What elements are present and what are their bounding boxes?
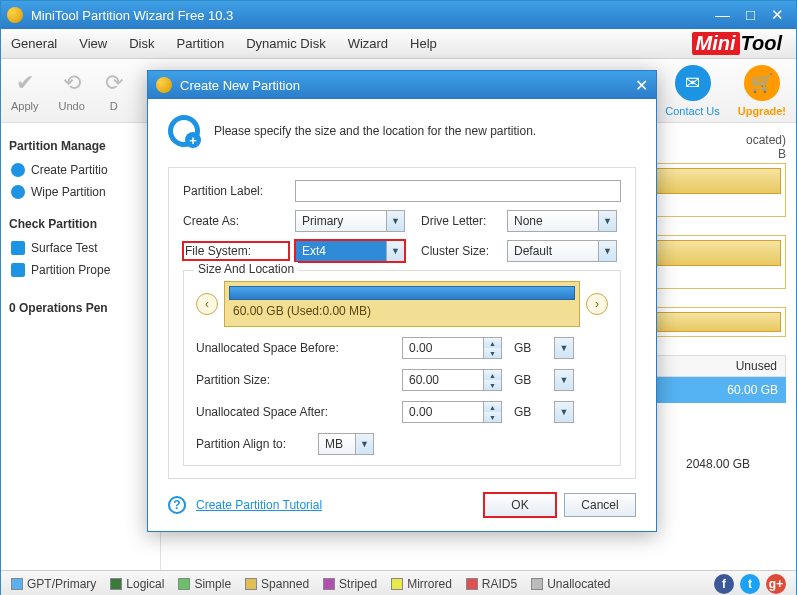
wipe-icon <box>11 185 25 199</box>
create-icon <box>11 163 25 177</box>
maximize-button[interactable]: □ <box>746 6 755 24</box>
dialog-title: Create New Partition <box>180 78 300 93</box>
brand-logo: MiniTool <box>692 32 782 55</box>
chevron-down-icon: ▼ <box>598 241 616 261</box>
sidebar-item-wipe-partition[interactable]: Wipe Partition <box>9 181 152 203</box>
window-title: MiniTool Partition Wizard Free 10.3 <box>31 8 715 23</box>
label-file-system: File System: <box>183 242 289 260</box>
operations-pending: 0 Operations Pen <box>9 301 152 315</box>
google-plus-icon[interactable]: g+ <box>766 574 786 594</box>
size-nav-left[interactable]: ‹ <box>196 293 218 315</box>
partition-label-input[interactable] <box>295 180 621 202</box>
unit-gb: GB <box>508 373 548 387</box>
close-button[interactable]: ✕ <box>771 6 784 24</box>
contact-button[interactable]: ✉Contact Us <box>665 65 719 117</box>
sidebar: Partition Manage Create Partitio Wipe Pa… <box>1 123 161 570</box>
dialog-close-button[interactable]: ✕ <box>635 76 648 95</box>
label-space-after: Unallocated Space After: <box>196 405 396 419</box>
legend-gpt: GPT/Primary <box>11 577 96 591</box>
ok-button[interactable]: OK <box>484 493 556 517</box>
apply-button[interactable]: ✔Apply <box>11 70 39 112</box>
minimize-button[interactable]: — <box>715 6 730 24</box>
unit-select[interactable]: ▼ <box>554 337 574 359</box>
legend-raid5: RAID5 <box>466 577 517 591</box>
surface-icon <box>11 241 25 255</box>
sidebar-item-create-partition[interactable]: Create Partitio <box>9 159 152 181</box>
menu-partition[interactable]: Partition <box>176 36 224 51</box>
legend-striped: Striped <box>323 577 377 591</box>
create-partition-dialog: Create New Partition ✕ Please specify th… <box>147 70 657 532</box>
unit-gb: GB <box>508 405 548 419</box>
size-legend: Size And Location <box>194 262 298 276</box>
cart-icon: 🛒 <box>744 65 780 101</box>
menu-general[interactable]: General <box>11 36 57 51</box>
legend-unallocated: Unallocated <box>531 577 610 591</box>
size-nav-right[interactable]: › <box>586 293 608 315</box>
properties-icon <box>11 263 25 277</box>
size-bar[interactable]: 60.00 GB (Used:0.00 MB) <box>224 281 580 327</box>
unit-gb: GB <box>508 341 548 355</box>
dialog-icon <box>156 77 172 93</box>
chevron-down-icon: ▼ <box>386 241 404 261</box>
space-before-input[interactable]: 0.00▲▼ <box>402 337 502 359</box>
label-create-as: Create As: <box>183 214 289 228</box>
sidebar-item-partition-properties[interactable]: Partition Prope <box>9 259 152 281</box>
legend-mirrored: Mirrored <box>391 577 452 591</box>
menu-dynamic-disk[interactable]: Dynamic Disk <box>246 36 325 51</box>
chevron-down-icon: ▼ <box>355 434 373 454</box>
discard-icon: ⟳ <box>105 70 123 96</box>
legend-simple: Simple <box>178 577 231 591</box>
size-bar-text: 60.00 GB (Used:0.00 MB) <box>225 300 579 322</box>
unit-select[interactable]: ▼ <box>554 401 574 423</box>
discard-button[interactable]: ⟳D <box>105 70 123 112</box>
unit-select[interactable]: ▼ <box>554 369 574 391</box>
undo-button[interactable]: ⟲Undo <box>59 70 85 112</box>
dialog-intro: Please specify the size and the location… <box>214 124 536 138</box>
status-bar: GPT/Primary Logical Simple Spanned Strip… <box>1 570 796 595</box>
file-system-select[interactable]: Ext4▼ <box>295 240 405 262</box>
tutorial-link[interactable]: Create Partition Tutorial <box>196 498 322 512</box>
label-partition-size: Partition Size: <box>196 373 396 387</box>
dialog-title-bar: Create New Partition ✕ <box>148 71 656 99</box>
create-as-select[interactable]: Primary▼ <box>295 210 405 232</box>
upgrade-button[interactable]: 🛒Upgrade! <box>738 65 786 117</box>
label-cluster-size: Cluster Size: <box>411 244 501 258</box>
drive-letter-select[interactable]: None▼ <box>507 210 617 232</box>
create-partition-glyph <box>168 115 200 147</box>
sidebar-header-manage: Partition Manage <box>9 139 152 153</box>
chevron-down-icon: ▼ <box>386 211 404 231</box>
cancel-button[interactable]: Cancel <box>564 493 636 517</box>
title-bar: MiniTool Partition Wizard Free 10.3 — □ … <box>1 1 796 29</box>
menu-disk[interactable]: Disk <box>129 36 154 51</box>
menu-bar: General View Disk Partition Dynamic Disk… <box>1 29 796 59</box>
dialog-form: Partition Label: Create As: Primary▼ Dri… <box>168 167 636 479</box>
chevron-down-icon: ▼ <box>598 211 616 231</box>
twitter-icon[interactable]: t <box>740 574 760 594</box>
sidebar-item-surface-test[interactable]: Surface Test <box>9 237 152 259</box>
app-icon <box>7 7 23 23</box>
col-unused: Unused <box>685 359 785 373</box>
menu-wizard[interactable]: Wizard <box>348 36 388 51</box>
check-icon: ✔ <box>16 70 34 96</box>
align-select[interactable]: MB▼ <box>318 433 374 455</box>
legend-logical: Logical <box>110 577 164 591</box>
menu-help[interactable]: Help <box>410 36 437 51</box>
size-location-group: Size And Location ‹ 60.00 GB (Used:0.00 … <box>183 270 621 466</box>
undo-icon: ⟲ <box>63 70 81 96</box>
space-after-input[interactable]: 0.00▲▼ <box>402 401 502 423</box>
label-align: Partition Align to: <box>196 437 312 451</box>
menu-view[interactable]: View <box>79 36 107 51</box>
sidebar-header-check: Check Partition <box>9 217 152 231</box>
help-icon[interactable]: ? <box>168 496 186 514</box>
partition-size-input[interactable]: 60.00▲▼ <box>402 369 502 391</box>
cluster-size-select[interactable]: Default▼ <box>507 240 617 262</box>
label-space-before: Unallocated Space Before: <box>196 341 396 355</box>
facebook-icon[interactable]: f <box>714 574 734 594</box>
label-drive-letter: Drive Letter: <box>411 214 501 228</box>
label-partition-label: Partition Label: <box>183 184 289 198</box>
mail-icon: ✉ <box>675 65 711 101</box>
legend-spanned: Spanned <box>245 577 309 591</box>
